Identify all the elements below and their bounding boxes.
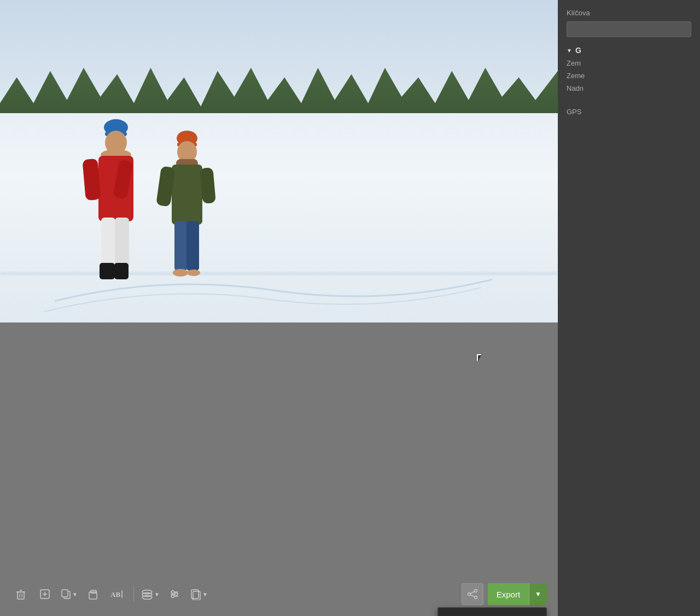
svg-point-38 [142,596,152,600]
section-triangle-icon: ▼ [567,48,572,54]
zeme2-label: Zeme [567,72,585,80]
svg-point-48 [468,593,470,596]
copy-arrow: ▼ [72,591,78,597]
text-label-button[interactable]: AB [107,584,127,604]
zeme2-field: Zeme [567,72,691,80]
facebook-menu-item[interactable]: Facebook [438,608,546,616]
zeme1-label: Zem [567,59,581,67]
snow-tracks [0,193,558,322]
svg-line-51 [470,595,475,597]
adjust-button[interactable] [165,584,184,604]
delete-button[interactable] [11,584,31,604]
add-button[interactable] [35,584,55,604]
export-chevron-down-icon: ▼ [535,590,541,598]
klicova-label: Klíčova [567,9,691,17]
export-dropdown-toggle[interactable]: ▼ [529,583,547,605]
zeme1-field: Zem [567,59,691,67]
svg-rect-22 [18,592,24,599]
sidebar-section-g: ▼ G Zem Zeme Nadn [567,46,691,97]
klicova-input[interactable] [567,21,691,37]
svg-point-42 [172,591,174,594]
section-g-title: G [575,46,581,55]
layers-button[interactable]: ▼ [141,584,160,604]
gps-label: GPS [567,108,691,116]
copy-button[interactable]: ▼ [59,584,79,604]
svg-point-49 [474,596,477,599]
share-button[interactable] [462,583,483,605]
pages-button[interactable]: ▼ [189,584,208,604]
export-button[interactable]: Export [488,583,529,605]
svg-point-44 [172,595,174,598]
toolbar-separator-1 [133,586,134,602]
paste-button[interactable] [83,584,103,604]
layers-arrow: ▼ [154,591,160,597]
export-dropdown-menu: Facebook Twitter Email Odkaz Sdílené odk… [438,607,547,616]
export-button-group: Export ▼ Facebook Twitter Email Odkaz Sd… [488,583,547,605]
svg-line-50 [470,591,475,594]
svg-point-43 [175,593,178,596]
pages-arrow: ▼ [202,591,208,597]
main-toolbar: ▼ AB ▼ [0,572,558,616]
svg-rect-31 [62,590,68,597]
svg-point-47 [474,590,477,592]
nadn-field: Nadn [567,84,691,92]
right-sidebar: Klíčova ▼ G Zem Zeme Nadn GPS [558,0,700,616]
svg-text:AB: AB [110,590,120,599]
nadn-label: Nadn [567,84,584,92]
photo-container [0,0,558,322]
